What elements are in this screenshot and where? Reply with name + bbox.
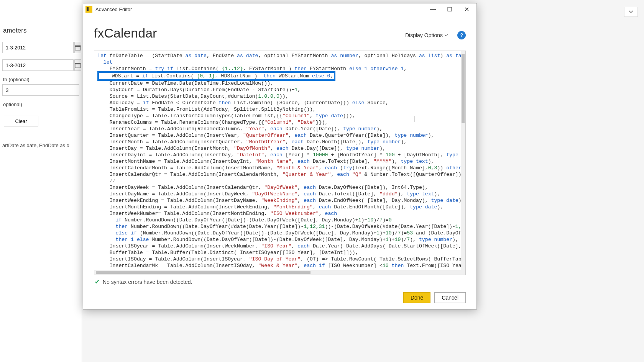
maximize-button[interactable] bbox=[441, 3, 458, 15]
scrollbar-thumb[interactable] bbox=[462, 54, 465, 123]
minimize-button[interactable]: — bbox=[424, 3, 441, 15]
calendar-icon[interactable] bbox=[74, 42, 81, 53]
startdate-input[interactable] bbox=[2, 42, 74, 53]
svg-rect-3 bbox=[75, 63, 80, 64]
vertical-scrollbar[interactable] bbox=[461, 51, 465, 275]
calendar-icon[interactable] bbox=[74, 59, 81, 71]
month-input[interactable] bbox=[2, 84, 79, 96]
advanced-editor-dialog: Advanced Editor — ✕ fxCalendar Display O… bbox=[83, 3, 477, 310]
svg-rect-4 bbox=[448, 7, 452, 11]
app-icon bbox=[85, 6, 92, 13]
titlebar: Advanced Editor — ✕ bbox=[83, 3, 476, 15]
svg-rect-1 bbox=[75, 46, 80, 47]
parameters-panel: ameters th (optional) optional) Clear ar… bbox=[0, 0, 82, 362]
month-label: th (optional) bbox=[3, 77, 82, 82]
status-bar: ✔ No syntax errors have been detected. bbox=[94, 275, 466, 288]
enddate-input[interactable] bbox=[2, 59, 74, 71]
code-editor[interactable]: let fnDateTable = (StartDate as date, En… bbox=[94, 51, 466, 275]
panel-title: ameters bbox=[3, 27, 82, 34]
display-options-dropdown[interactable]: Display Options bbox=[405, 32, 448, 38]
formula-expand-button[interactable] bbox=[624, 7, 638, 17]
optional-label: optional) bbox=[3, 102, 82, 107]
done-button[interactable]: Done bbox=[403, 292, 430, 303]
horizontal-scrollbar[interactable] bbox=[94, 270, 461, 275]
window-title: Advanced Editor bbox=[95, 7, 132, 12]
chevron-down-icon bbox=[444, 34, 448, 36]
clear-button[interactable]: Clear bbox=[4, 116, 38, 126]
cancel-button[interactable]: Cancel bbox=[434, 292, 466, 303]
status-message: No syntax errors have been detected. bbox=[103, 279, 192, 285]
check-icon: ✔ bbox=[95, 278, 100, 285]
scrollbar-thumb[interactable] bbox=[96, 271, 310, 274]
panel-description: artDate as date, EndDate as d bbox=[2, 143, 82, 148]
text-cursor bbox=[414, 116, 414, 122]
query-name: fxCalendar bbox=[94, 26, 157, 41]
help-button[interactable]: ? bbox=[457, 31, 466, 39]
close-button[interactable]: ✕ bbox=[458, 3, 475, 15]
